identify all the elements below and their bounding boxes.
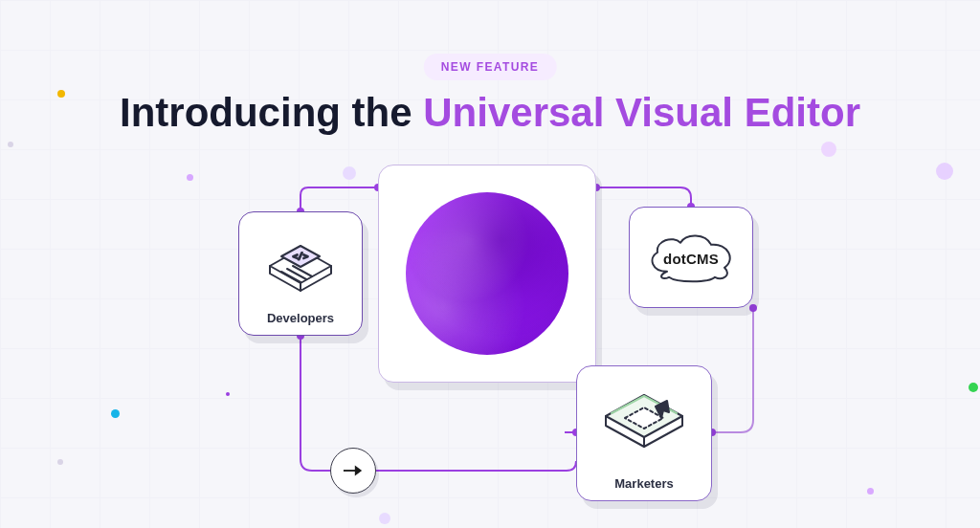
brand-prefix: dot — [663, 251, 686, 267]
card-label: Developers — [239, 311, 362, 325]
card-developers: </> Developers — [238, 211, 363, 336]
card-dotcms: dotCMS — [629, 207, 753, 308]
card-marketers: Marketers — [576, 365, 712, 501]
editor-orb-graphic — [406, 192, 568, 355]
brand-bold: CMS — [686, 251, 719, 267]
page-builder-icon — [598, 380, 690, 460]
svg-text:</>: </> — [293, 252, 309, 261]
card-label: Marketers — [577, 476, 711, 491]
arrow-right-icon — [343, 464, 364, 477]
card-visual-editor-core — [378, 165, 596, 383]
dotcms-logo-text: dotCMS — [663, 251, 719, 267]
diagram-stage: </> Developers dotCMS — [0, 0, 980, 528]
svg-point-6 — [749, 304, 757, 312]
laptop-code-icon: </> — [260, 228, 341, 297]
flow-arrow-bubble — [330, 448, 376, 494]
